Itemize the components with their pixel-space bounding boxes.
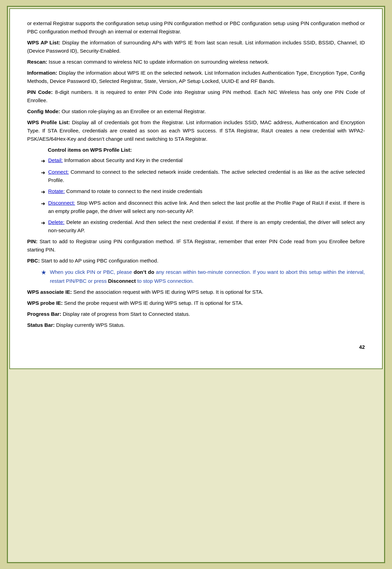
detail-link[interactable]: Detail:	[48, 157, 63, 163]
pbc-paragraph: PBC: Start to add to AP using PBC config…	[27, 257, 365, 265]
disconnect-text: Stop WPS action and disconnect this acti…	[48, 200, 365, 214]
progress-bar-text: Display rate of progress from Start to C…	[61, 311, 190, 317]
pin-text: Start to add to Registrar using PIN conf…	[27, 238, 365, 253]
detail-item: ➜ Detail: Information about Security and…	[41, 156, 365, 165]
pin-code-label: PIN Code:	[27, 89, 53, 95]
arrow-icon: ➜	[41, 188, 45, 196]
wps-ap-list-label: WPS AP List:	[27, 40, 60, 45]
outer-border: or external Registrar supports the confi…	[7, 6, 385, 563]
wps-profile-list-paragraph: WPS Profile List: Display all of credent…	[27, 118, 365, 143]
detail-text: Information about Security and Key in th…	[63, 157, 183, 163]
disconnect-item: ➜ Disconnect: Stop WPS action and discon…	[41, 199, 365, 215]
progress-bar-paragraph: Progress Bar: Display rate of progress f…	[27, 310, 365, 318]
wps-profile-list-label: WPS Profile List:	[27, 119, 70, 125]
arrow-icon: ➜	[41, 200, 45, 208]
pbc-text: Start to add to AP using PBC configurati…	[40, 258, 159, 264]
star-icon: ★	[41, 268, 46, 278]
intro-paragraph: or external Registrar supports the confi…	[27, 19, 365, 36]
information-label: Information:	[27, 70, 57, 76]
inner-border: or external Registrar supports the confi…	[9, 8, 383, 369]
wps-associate-text: Send the association request with WPS IE…	[72, 289, 263, 295]
rotate-item: ➜ Rotate: Command to rotate to connect t…	[41, 187, 365, 196]
arrow-icon: ➜	[41, 219, 45, 227]
note-bold: don’t do	[134, 269, 154, 275]
connect-item: ➜ Connect: Command to connect to the sel…	[41, 168, 365, 184]
wps-ap-list-text: Display the information of surrounding A…	[27, 40, 365, 54]
wps-profile-list-text: Display all of credentials got from the …	[27, 119, 365, 142]
connect-text: Command to connect to the selected netwo…	[48, 169, 365, 183]
rescan-paragraph: Rescan: Issue a rescan command to wirele…	[27, 58, 365, 66]
config-mode-label: Config Mode:	[27, 108, 60, 114]
delete-text: Delete an existing credential. And then …	[48, 219, 365, 233]
wps-ap-list-paragraph: WPS AP List: Display the information of …	[27, 39, 365, 55]
arrow-icon: ➜	[41, 157, 45, 165]
disconnect-link[interactable]: Disconnect:	[48, 200, 75, 206]
main-content: or external Registrar supports the confi…	[27, 19, 365, 351]
note-text: When you click PIN or PBC, please don’t …	[50, 268, 365, 285]
delete-link[interactable]: Delete:	[48, 219, 65, 225]
wps-probe-text: Send the probe request with WPS IE durin…	[63, 300, 243, 306]
note-disconnect: Disconnect	[108, 278, 136, 284]
status-bar-text: Display currently WPS Status.	[55, 322, 125, 328]
wps-associate-label: WPS associate IE:	[27, 289, 72, 295]
information-text: Display the information about WPS IE on …	[27, 70, 365, 84]
pin-code-text: 8-digit numbers. It is required to enter…	[27, 89, 365, 103]
rotate-link[interactable]: Rotate:	[48, 188, 65, 194]
note-text-1: When you click PIN or PBC, please	[50, 269, 134, 275]
progress-bar-label: Progress Bar:	[27, 311, 61, 317]
information-paragraph: Information: Display the information abo…	[27, 69, 365, 85]
config-mode-paragraph: Config Mode: Our station role-playing as…	[27, 107, 365, 116]
config-mode-text: Our station role-playing as an Enrollee …	[60, 108, 206, 114]
wps-probe-label: WPS probe IE:	[27, 300, 63, 306]
wps-associate-paragraph: WPS associate IE: Send the association r…	[27, 288, 365, 296]
connect-link[interactable]: Connect:	[48, 169, 69, 175]
control-header: Control items on WPS Profile List:	[48, 146, 365, 154]
note-text-3: to stop WPS connection.	[136, 278, 194, 284]
pin-code-paragraph: PIN Code: 8-digit numbers. It is require…	[27, 88, 365, 105]
status-bar-label: Status Bar:	[27, 322, 55, 328]
rescan-text: Issue a rescan command to wireless NIC t…	[47, 59, 269, 65]
status-bar-paragraph: Status Bar: Display currently WPS Status…	[27, 321, 365, 329]
wps-probe-paragraph: WPS probe IE: Send the probe request wit…	[27, 299, 365, 307]
pin-paragraph: PIN: Start to add to Registrar using PIN…	[27, 237, 365, 254]
rotate-text: Command to rotate to connect to the next…	[65, 188, 202, 194]
delete-item: ➜ Delete: Delete an existing credential.…	[41, 218, 365, 235]
pbc-label: PBC:	[27, 258, 40, 264]
pin-label: PIN:	[27, 238, 37, 244]
page-number: 42	[27, 343, 365, 351]
rescan-label: Rescan:	[27, 59, 47, 65]
note-box: ★ When you click PIN or PBC, please don’…	[41, 268, 365, 285]
arrow-icon: ➜	[41, 169, 45, 177]
